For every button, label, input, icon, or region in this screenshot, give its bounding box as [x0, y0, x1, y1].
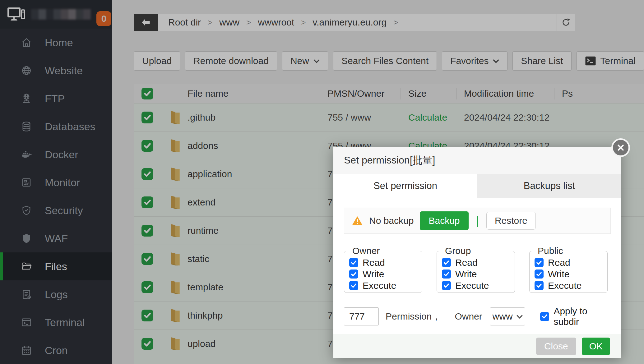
- tab-set-permission[interactable]: Set permission: [333, 174, 477, 198]
- public-write-option[interactable]: Write: [535, 268, 607, 280]
- owner-permissions-group: Owner Read Write Execute: [344, 246, 422, 293]
- modal-body: No backup Backup | Restore Owner Read Wr…: [333, 198, 621, 327]
- checked-checkbox[interactable]: [442, 281, 451, 290]
- permission-value-row: Permission， Owner www Apply to subdir: [344, 306, 611, 327]
- public-execute-option[interactable]: Execute: [535, 280, 607, 291]
- execute-label: Execute: [548, 280, 581, 291]
- checked-checkbox[interactable]: [535, 281, 544, 290]
- owner-select-value: www: [493, 311, 513, 322]
- ok-button[interactable]: OK: [582, 338, 610, 355]
- read-label: Read: [455, 257, 478, 268]
- backup-button[interactable]: Backup: [420, 211, 468, 230]
- checked-checkbox[interactable]: [535, 270, 544, 279]
- set-permission-modal: Set permission[批量] Set permission Backup…: [333, 147, 621, 358]
- modal-title: Set permission[批量]: [333, 147, 621, 174]
- apply-to-subdir-option[interactable]: Apply to subdir: [540, 306, 611, 327]
- permission-label: Permission，: [386, 310, 441, 323]
- checked-checkbox[interactable]: [442, 270, 451, 279]
- tab-backups-list[interactable]: Backups list: [477, 174, 621, 198]
- checked-checkbox[interactable]: [540, 312, 549, 321]
- chevron-down-icon: [517, 315, 523, 319]
- checked-checkbox[interactable]: [349, 258, 358, 267]
- owner-write-option[interactable]: Write: [349, 268, 422, 280]
- checked-checkbox[interactable]: [349, 270, 358, 279]
- execute-label: Execute: [363, 280, 396, 291]
- apply-to-subdir-label: Apply to subdir: [554, 306, 611, 327]
- modal-close-icon[interactable]: [611, 138, 630, 157]
- group-read-option[interactable]: Read: [442, 257, 515, 268]
- checked-checkbox[interactable]: [535, 258, 544, 267]
- group-legend: Group: [442, 246, 473, 256]
- permission-groups: Owner Read Write Execute Group: [344, 246, 611, 293]
- backup-divider: |: [476, 214, 479, 227]
- read-label: Read: [363, 257, 385, 268]
- owner-read-option[interactable]: Read: [349, 257, 422, 268]
- public-permissions-group: Public Read Write Execute: [529, 246, 608, 293]
- modal-tabs: Set permission Backups list: [333, 174, 621, 198]
- group-write-option[interactable]: Write: [442, 268, 515, 280]
- checked-checkbox[interactable]: [442, 258, 451, 267]
- warning-icon: [352, 216, 363, 226]
- read-label: Read: [548, 257, 570, 268]
- owner-legend: Owner: [350, 246, 382, 256]
- write-label: Write: [363, 269, 384, 279]
- permission-value-input[interactable]: [344, 307, 379, 325]
- modal-footer: Close OK: [333, 334, 621, 358]
- group-permissions-group: Group Read Write Execute: [437, 246, 515, 293]
- write-label: Write: [548, 269, 569, 279]
- execute-label: Execute: [455, 280, 489, 291]
- owner-execute-option[interactable]: Execute: [349, 280, 422, 291]
- backup-status-box: No backup Backup | Restore: [344, 208, 611, 234]
- no-backup-label: No backup: [369, 215, 414, 226]
- owner-label: Owner: [455, 311, 482, 322]
- group-execute-option[interactable]: Execute: [442, 280, 515, 291]
- restore-button[interactable]: Restore: [486, 212, 536, 230]
- public-read-option[interactable]: Read: [535, 257, 607, 268]
- checked-checkbox[interactable]: [349, 281, 358, 290]
- write-label: Write: [455, 269, 477, 279]
- owner-select[interactable]: www: [490, 307, 526, 325]
- public-legend: Public: [535, 246, 566, 256]
- close-button[interactable]: Close: [536, 338, 576, 355]
